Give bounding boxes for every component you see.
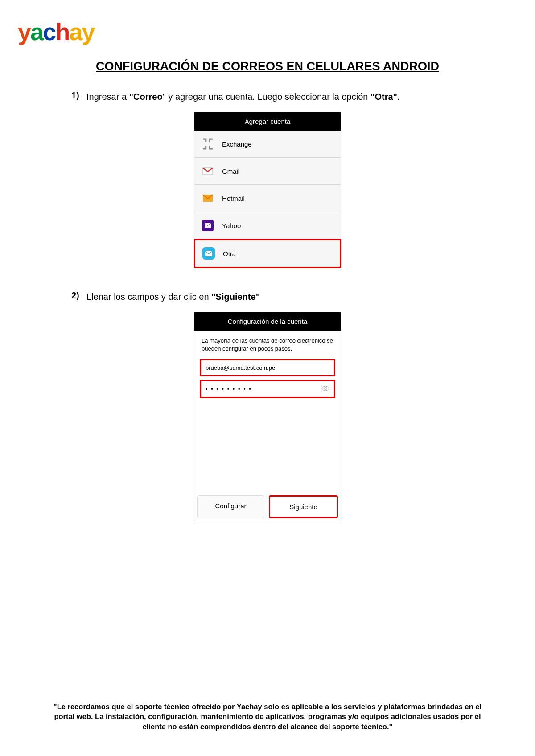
screen-description: La mayoría de las cuentas de correo elec… bbox=[194, 331, 341, 357]
password-field[interactable]: • • • • • • • • • bbox=[200, 380, 335, 398]
account-option-label: Yahoo bbox=[222, 222, 241, 229]
screen-header: Configuración de la cuenta bbox=[194, 312, 341, 331]
logo-letter: h bbox=[55, 18, 69, 45]
logo-letter: y bbox=[18, 18, 30, 45]
svg-point-1 bbox=[325, 388, 327, 390]
account-option-otra[interactable]: Otra bbox=[194, 239, 341, 268]
step-1: 1) Ingresar a "Correo" y agregar una cue… bbox=[71, 90, 477, 103]
next-button[interactable]: Siguiente bbox=[269, 495, 338, 518]
step-number: 2) bbox=[71, 290, 80, 303]
email-value: prueba@sama.test.com.pe bbox=[206, 364, 275, 371]
step-text: Llenar los campos y dar clic en "Siguien… bbox=[86, 290, 260, 303]
step-number: 1) bbox=[71, 90, 80, 103]
page-title: CONFIGURACIÓN DE CORREOS EN CELULARES AN… bbox=[27, 60, 508, 74]
account-option-label: Gmail bbox=[222, 168, 239, 175]
account-option-yahoo[interactable]: Yahoo bbox=[194, 212, 341, 239]
yahoo-icon bbox=[201, 218, 215, 233]
step-text: Ingresar a "Correo" y agregar una cuenta… bbox=[86, 90, 400, 103]
exchange-icon bbox=[201, 137, 215, 151]
logo-letter: a bbox=[30, 18, 43, 45]
logo-letter: a bbox=[69, 18, 82, 45]
configure-button[interactable]: Configurar bbox=[197, 495, 264, 518]
show-password-icon[interactable] bbox=[321, 385, 329, 393]
account-option-gmail[interactable]: Gmail bbox=[194, 158, 341, 185]
other-mail-icon bbox=[202, 246, 216, 261]
screen-header: Agregar cuenta bbox=[194, 112, 341, 131]
account-option-label: Otra bbox=[223, 250, 236, 257]
account-option-hotmail[interactable]: Hotmail bbox=[194, 185, 341, 212]
logo-letter: y bbox=[82, 18, 94, 45]
footer-disclaimer: "Le recordamos que el soporte técnico of… bbox=[49, 702, 486, 731]
password-value: • • • • • • • • • bbox=[206, 386, 252, 392]
step-2: 2) Llenar los campos y dar clic en "Sigu… bbox=[71, 290, 477, 303]
logo-letter: c bbox=[43, 18, 55, 45]
email-field[interactable]: prueba@sama.test.com.pe bbox=[200, 359, 335, 376]
account-option-exchange[interactable]: Exchange bbox=[194, 131, 341, 158]
screenshot-add-account: Agregar cuenta Exchange Gmail Hotmail Ya… bbox=[194, 112, 341, 268]
account-option-label: Exchange bbox=[222, 140, 252, 148]
gmail-icon bbox=[201, 164, 215, 178]
logo: yachay bbox=[18, 18, 508, 45]
hotmail-icon bbox=[201, 191, 215, 205]
account-option-label: Hotmail bbox=[222, 195, 245, 202]
svg-rect-0 bbox=[205, 251, 212, 256]
screenshot-account-config: Configuración de la cuenta La mayoría de… bbox=[194, 312, 341, 521]
